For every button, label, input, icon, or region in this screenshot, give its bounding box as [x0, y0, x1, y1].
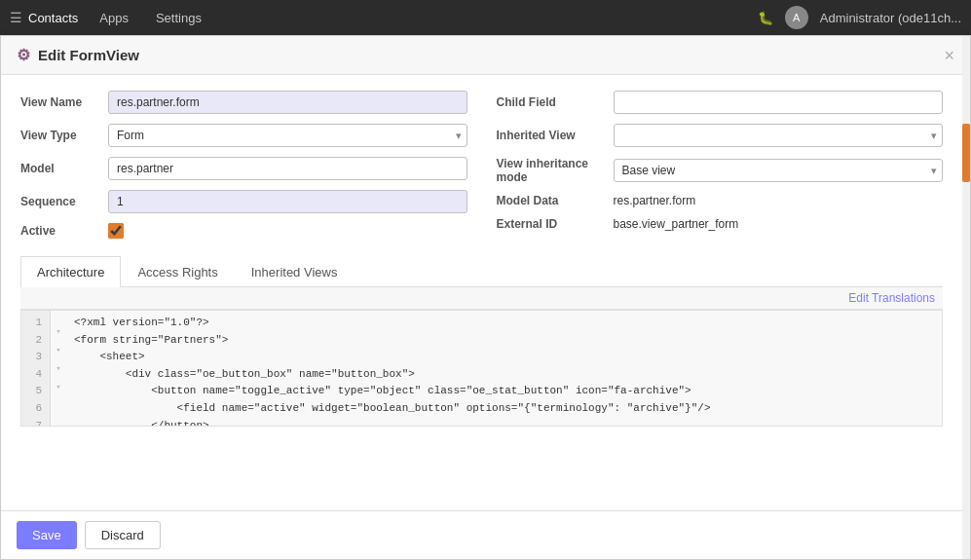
top-nav: ☰ Contacts Apps Settings 🐛 A Administrat… [0, 0, 971, 35]
save-button[interactable]: Save [17, 521, 77, 549]
view-name-input[interactable] [108, 91, 467, 114]
code-container[interactable]: 1 2 3 4 5 6 7 8 ▾ ▾ ▾ ▾ [20, 310, 943, 427]
model-data-value: res.partner.form [614, 194, 696, 207]
page-wrapper: ⚙ Edit FormView × View Name View [0, 35, 971, 560]
scrollbar-track[interactable] [962, 36, 970, 559]
form-grid: View Name View Type Form [20, 91, 943, 248]
nav-link-apps[interactable]: Apps [93, 7, 134, 29]
edit-translations-link[interactable]: Edit Translations [848, 291, 935, 305]
dialog-title-icon: ⚙ [17, 46, 30, 64]
view-inheritance-mode-label: View inheritance mode [497, 157, 614, 184]
external-id-field-row: External ID base.view_partner_form [497, 217, 944, 231]
debug-icon: 🐛 [758, 11, 773, 25]
edit-formview-dialog: ⚙ Edit FormView × View Name View [0, 35, 971, 560]
nav-link-settings[interactable]: Settings [150, 7, 207, 29]
nav-brand-label: Contacts [28, 11, 78, 25]
discard-button[interactable]: Discard [85, 521, 161, 549]
model-input[interactable] [108, 157, 467, 180]
dialog-body: View Name View Type Form [1, 75, 962, 510]
view-type-select[interactable]: Form [108, 124, 467, 147]
dialog-header: ⚙ Edit FormView × [1, 36, 970, 75]
child-field-input[interactable] [614, 91, 944, 114]
active-label: Active [20, 224, 108, 238]
dialog-body-wrapper: View Name View Type Form [1, 75, 970, 559]
user-avatar[interactable]: A [785, 6, 808, 29]
form-left-column: View Name View Type Form [20, 91, 467, 248]
view-inheritance-mode-select-wrapper: Base view [614, 159, 944, 182]
line-numbers: 1 2 3 4 5 6 7 8 [21, 311, 51, 426]
dialog-footer: Save Discard [1, 510, 962, 559]
view-inheritance-mode-field-row: View inheritance mode Base view [497, 157, 944, 184]
inherited-view-select[interactable] [614, 124, 944, 147]
nav-right: 🐛 A Administrator (ode11ch... [758, 6, 961, 29]
view-type-field-row: View Type Form [20, 124, 467, 147]
model-data-field-row: Model Data res.partner.form [497, 194, 944, 207]
child-field-row: Child Field [497, 91, 944, 114]
model-field-row: Model [20, 157, 467, 180]
child-field-label: Child Field [497, 95, 614, 109]
nav-brand[interactable]: ☰ Contacts [10, 10, 78, 25]
tabs-bar: Architecture Access Rights Inherited Vie… [20, 256, 943, 287]
dialog-title-text: Edit FormView [38, 47, 139, 63]
tab-access-rights-label: Access Rights [137, 265, 217, 280]
view-type-select-wrapper: Form [108, 124, 467, 147]
tab-architecture[interactable]: Architecture [20, 256, 121, 287]
external-id-label: External ID [497, 217, 614, 231]
code-area-header: Edit Translations [20, 287, 943, 310]
tab-architecture-label: Architecture [37, 265, 104, 280]
form-right-column: Child Field Inherited View [497, 91, 944, 248]
sequence-input[interactable] [108, 190, 467, 213]
active-checkbox-wrapper [108, 223, 124, 239]
inherited-view-select-wrapper [614, 124, 944, 147]
model-data-label: Model Data [497, 194, 614, 207]
model-label: Model [20, 162, 108, 175]
code-gutter-col: ▾ ▾ ▾ ▾ [51, 311, 66, 426]
brand-icon: ☰ [10, 10, 22, 25]
tab-inherited-views[interactable]: Inherited Views [235, 256, 355, 287]
view-name-field-row: View Name [20, 91, 467, 114]
dialog-title: ⚙ Edit FormView [17, 46, 139, 64]
tab-inherited-views-label: Inherited Views [251, 265, 338, 280]
sequence-label: Sequence [20, 195, 108, 208]
external-id-value: base.view_partner_form [614, 217, 739, 231]
sequence-field-row: Sequence [20, 190, 467, 213]
view-type-label: View Type [20, 129, 108, 142]
view-inheritance-mode-select[interactable]: Base view [614, 159, 944, 182]
inherited-view-field-row: Inherited View [497, 124, 944, 147]
tab-access-rights[interactable]: Access Rights [121, 256, 234, 287]
inherited-view-label: Inherited View [497, 129, 614, 142]
user-name: Administrator (ode11ch... [820, 11, 961, 25]
dialog-close-button[interactable]: × [944, 47, 954, 64]
active-checkbox[interactable] [108, 223, 124, 239]
code-content: <?xml version="1.0"?> <form string="Part… [66, 311, 942, 426]
view-name-label: View Name [20, 95, 108, 109]
scrollbar-thumb[interactable] [962, 124, 970, 182]
active-field-row: Active [20, 223, 467, 239]
